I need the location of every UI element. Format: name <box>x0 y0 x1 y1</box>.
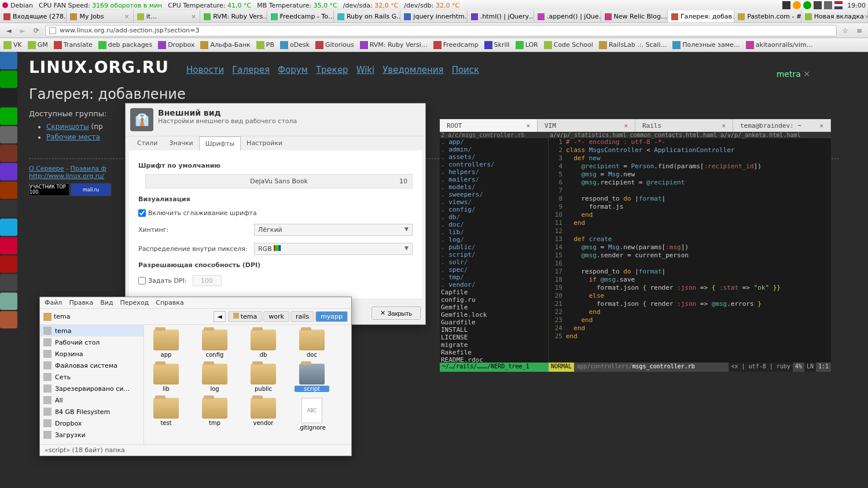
browser-tab[interactable]: .html() | jQuery…× <box>468 10 534 23</box>
tree-node[interactable]: . helpers/ <box>441 168 547 176</box>
terminal-tab[interactable]: VIM× <box>538 119 635 132</box>
code-line[interactable]: 15 @msg.sender = current_person <box>549 252 831 260</box>
bookmark-item[interactable]: Полезные заме… <box>672 41 740 49</box>
launcher-app-icon[interactable] <box>0 145 17 162</box>
nav-link[interactable]: Трекер <box>316 65 348 75</box>
antialias-checkbox[interactable] <box>138 209 146 217</box>
nav-link[interactable]: Wiki <box>356 65 375 75</box>
sidebar-place[interactable]: Рабочий стол <box>40 337 144 348</box>
user-link[interactable]: metra ✕ <box>777 69 810 79</box>
launcher-app-icon[interactable] <box>0 274 17 291</box>
bookmark-item[interactable]: Dropbox <box>158 41 194 49</box>
tree-node[interactable]: . tmp/ <box>441 273 547 281</box>
menu-item[interactable]: Переход <box>120 299 149 306</box>
code-line[interactable]: 9 format.js <box>549 203 831 211</box>
terminal-tab[interactable]: ROOT× <box>440 119 538 132</box>
tree-node[interactable]: README.rdoc <box>441 356 547 363</box>
bookmark-item[interactable]: Translate <box>54 41 93 49</box>
code-line[interactable]: 16 <box>549 260 831 268</box>
folder-item[interactable]: vendor <box>246 398 281 431</box>
bookmark-item[interactable]: Skrill <box>484 41 510 49</box>
browser-tab[interactable]: Галерея: добав…× <box>668 10 734 23</box>
code-line[interactable]: 8 respond_to do |format| <box>549 195 831 203</box>
sidebar-place[interactable]: 84 GB Filesystem <box>40 406 144 417</box>
launcher-app-icon[interactable] <box>0 219 17 236</box>
code-line[interactable]: 2class MsgsController < ApplicationContr… <box>549 146 831 154</box>
appearance-tab[interactable]: Настройки <box>241 136 288 150</box>
code-line[interactable]: 20 else <box>549 292 831 300</box>
close-icon[interactable]: ✕ <box>803 69 810 79</box>
tree-node[interactable]: . mailers/ <box>441 176 547 183</box>
code-line[interactable]: 23 end <box>549 316 831 324</box>
tree-node[interactable]: Gemfile <box>441 304 547 311</box>
menu-icon[interactable]: ≡ <box>854 25 865 36</box>
tree-node[interactable]: . spec/ <box>441 266 547 273</box>
vim-buffer-tab[interactable]: 2 a/c/msgs_controller.rb <box>441 132 550 138</box>
folder-item[interactable]: test <box>149 398 183 431</box>
close-tab-icon[interactable]: × <box>526 122 530 130</box>
close-tab-icon[interactable]: × <box>864 13 868 20</box>
code-line[interactable]: 10 end <box>549 211 831 219</box>
hinting-select[interactable]: Лёгкий <box>254 224 413 236</box>
code-line[interactable]: 17 respond_to do |format| <box>549 268 831 276</box>
tree-node[interactable]: . app/ <box>441 138 547 146</box>
file-manager-content[interactable]: appconfigdbdocliblogpublicscripttesttmpv… <box>144 325 351 444</box>
tree-node[interactable]: Gemfile.lock <box>441 311 547 319</box>
clock[interactable]: 19:00 <box>847 2 866 9</box>
folder-item[interactable]: lib <box>149 364 183 392</box>
code-line[interactable]: 3 def new <box>549 154 831 162</box>
launcher-app-icon[interactable] <box>0 293 17 310</box>
code-line[interactable]: 1# -*- encoding : utf-8 -*- <box>549 138 831 146</box>
subpixel-select[interactable]: RGB <box>254 243 413 255</box>
footer-link[interactable]: Правила ф <box>71 165 106 172</box>
tree-node[interactable]: . log/ <box>441 236 547 243</box>
menu-item[interactable]: Файл <box>45 299 62 306</box>
bookmark-item[interactable]: RVM: Ruby Versi… <box>360 41 428 49</box>
appearance-tab[interactable]: Значки <box>163 136 198 150</box>
code-editor[interactable]: 1# -*- encoding : utf-8 -*-2class MsgsCo… <box>549 138 831 363</box>
breadcrumb-segment[interactable]: rails <box>290 311 314 322</box>
tree-node[interactable]: . admin/ <box>441 146 547 153</box>
tree-node[interactable]: . public/ <box>441 243 547 251</box>
folder-item[interactable]: log <box>197 364 232 392</box>
folder-item[interactable]: app <box>149 330 183 358</box>
browser-tab[interactable]: RVM: Ruby Vers…× <box>200 10 267 23</box>
home-folder-icon[interactable] <box>43 313 52 321</box>
tree-node[interactable]: . models/ <box>441 183 547 191</box>
code-line[interactable]: 25end <box>549 332 831 341</box>
sidebar-place[interactable]: Зарезервировано си… <box>40 383 144 394</box>
tree-node[interactable]: . config/ <box>441 206 547 213</box>
menu-item[interactable]: Правка <box>69 299 93 306</box>
breadcrumb-segment[interactable]: tema <box>228 311 263 322</box>
browser-tab[interactable]: Ruby on Rails G…× <box>334 10 400 23</box>
launcher-app-icon[interactable] <box>0 89 17 106</box>
bookmark-item[interactable]: Gitorious <box>315 41 354 49</box>
dpi-input[interactable]: 100 <box>193 275 222 286</box>
code-line[interactable]: 7 <box>549 187 831 195</box>
folder-item[interactable]: doc <box>295 330 329 358</box>
code-line[interactable]: 19 format.json { render :json => { :stat… <box>549 284 831 292</box>
sidebar-place[interactable]: Корзина <box>40 348 144 360</box>
close-tab-icon[interactable]: × <box>722 122 726 130</box>
tree-node[interactable]: . controllers/ <box>441 161 547 168</box>
code-line[interactable]: 11 end <box>549 219 831 227</box>
launcher-app-icon[interactable] <box>0 256 17 273</box>
bookmark-star-icon[interactable]: ☆ <box>840 25 851 36</box>
footer-link[interactable]: http://www.linux.org.ru/ <box>29 172 104 180</box>
appearance-tab[interactable]: Стили <box>131 136 163 150</box>
code-line[interactable]: 21 format.json { render :json => @msg.er… <box>549 300 831 308</box>
menu-item[interactable]: Справка <box>156 299 183 306</box>
sidebar-place[interactable]: Загрузки <box>40 429 144 441</box>
group-link[interactable]: Рабочие места <box>46 133 100 141</box>
launcher-app-icon[interactable] <box>0 237 17 254</box>
tray-icon[interactable] <box>782 1 790 9</box>
folder-item[interactable]: script <box>295 364 329 392</box>
code-line[interactable]: 4 @recipient = Person.find(params[:recip… <box>549 162 831 171</box>
tree-node[interactable]: . solr/ <box>441 258 547 266</box>
close-button[interactable]: ✕Закрыть <box>372 306 421 320</box>
bookmark-item[interactable]: oDesk <box>280 41 310 49</box>
browser-tab[interactable]: New Relic Blog…× <box>601 10 668 23</box>
nav-link[interactable]: Новости <box>186 65 224 75</box>
folder-item[interactable]: tmp <box>197 398 232 431</box>
browser-tab[interactable]: Новая вкладка× <box>801 10 868 23</box>
